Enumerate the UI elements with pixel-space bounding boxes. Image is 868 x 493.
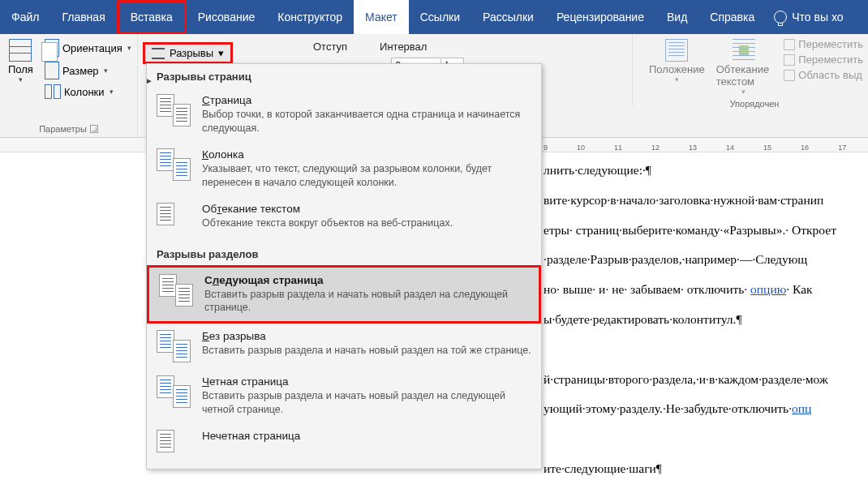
- tab-help[interactable]: Справка: [698, 0, 766, 34]
- break-continuous-item[interactable]: Без разрыва Вставить разрыв раздела и на…: [147, 324, 541, 369]
- break-evenpage-desc: Вставить разрыв раздела и начать новый р…: [202, 389, 531, 417]
- indent-label: Отступ: [313, 41, 347, 53]
- chevron-down-icon: ▾: [19, 75, 23, 84]
- evenpage-break-icon: [157, 375, 191, 408]
- chevron-down-icon: ▾: [127, 44, 131, 52]
- break-continuous-desc: Вставить разрыв раздела и начать новый р…: [202, 344, 531, 358]
- breaks-button[interactable]: Разрывы ▾: [143, 42, 233, 64]
- breaks-icon: [152, 48, 165, 59]
- oddpage-break-icon: [157, 430, 191, 462]
- position-button[interactable]: Положение ▾: [646, 37, 708, 85]
- break-textwrap-desc: Обтекание текста вокруг объектов на веб-…: [202, 216, 453, 230]
- breaks-label: Разрывы: [170, 47, 213, 59]
- size-button[interactable]: Размер ▾: [41, 60, 135, 81]
- tab-review[interactable]: Рецензирование: [545, 0, 655, 34]
- option-link[interactable]: опцию: [750, 282, 786, 296]
- selection-pane-button[interactable]: Область выд: [784, 68, 863, 82]
- chevron-down-icon: ▾: [218, 47, 224, 59]
- dropdown-header-sections: Разрывы разделов: [147, 242, 541, 265]
- margins-icon: [9, 39, 32, 62]
- tell-me[interactable]: Что вы хо: [774, 0, 843, 34]
- tab-home[interactable]: Главная: [50, 0, 116, 34]
- break-nextpage-item[interactable]: ▸ Следующая страница Вставить разрыв раз…: [147, 265, 541, 324]
- tab-mailings[interactable]: Рассылки: [471, 0, 545, 34]
- dropdown-header-pages: Разрывы страниц: [147, 64, 541, 88]
- chevron-down-icon: ▾: [104, 66, 108, 75]
- arrange-group-label: Упорядочен: [646, 97, 863, 112]
- break-textwrap-item[interactable]: Обтекание текстом Обтекание текста вокру…: [147, 196, 541, 242]
- margins-label: Поля: [8, 63, 33, 75]
- tab-layout[interactable]: Макет: [354, 0, 409, 34]
- size-label: Размер: [62, 65, 99, 77]
- break-nextpage-desc: Вставить разрыв раздела и начать новый р…: [204, 288, 529, 315]
- bring-forward-button[interactable]: Переместить: [784, 37, 863, 51]
- tab-references[interactable]: Ссылки: [409, 0, 471, 34]
- position-icon: [665, 39, 688, 62]
- spacing-label: Интервал: [380, 41, 465, 53]
- textwrap-break-icon: [157, 203, 191, 235]
- position-label: Положение: [649, 63, 705, 75]
- chevron-down-icon: ▾: [110, 88, 114, 96]
- break-column-desc: Указывает, что текст, следующий за разры…: [202, 162, 531, 190]
- tab-draw[interactable]: Рисование: [187, 0, 267, 34]
- tab-bar: Файл Главная Вставка Рисование Конструкт…: [0, 0, 868, 34]
- wrap-icon: [733, 39, 755, 62]
- columns-icon: [45, 84, 61, 99]
- orientation-icon: [45, 39, 59, 57]
- orientation-button[interactable]: Ориентация ▾: [41, 37, 135, 58]
- tell-me-label: Что вы хо: [792, 11, 843, 24]
- break-column-item[interactable]: Колонка Указывает, что текст, следующий …: [147, 142, 541, 196]
- bring-forward-icon: [784, 39, 795, 50]
- break-page-item[interactable]: ▸ Страница Выбор точки, в которой заканч…: [147, 88, 541, 142]
- break-evenpage-item[interactable]: Четная страница Вставить разрыв раздела …: [147, 369, 541, 423]
- margins-button[interactable]: Поля ▾: [5, 37, 37, 85]
- size-icon: [45, 62, 59, 79]
- page-setup-group-label: Параметры: [5, 122, 132, 137]
- send-backward-icon: [784, 54, 795, 66]
- column-break-icon: [157, 148, 191, 181]
- tab-view[interactable]: Вид: [655, 0, 698, 34]
- option-link[interactable]: опц: [792, 401, 811, 415]
- tab-insert[interactable]: Вставка: [117, 0, 187, 34]
- wrap-label: Обтекание текстом: [716, 63, 771, 88]
- orientation-label: Ориентация: [62, 42, 122, 54]
- send-backward-button[interactable]: Переместить: [784, 53, 863, 66]
- break-oddpage-item[interactable]: Нечетная страница: [147, 423, 541, 469]
- bulb-icon: [774, 11, 787, 24]
- dialog-launcher-icon[interactable]: [90, 125, 98, 133]
- selection-pane-icon: [784, 70, 795, 81]
- breaks-dropdown: Разрывы страниц ▸ Страница Выбор точки, …: [146, 63, 542, 469]
- continuous-break-icon: [157, 330, 191, 362]
- wrap-text-button[interactable]: Обтекание текстом ▾: [713, 37, 775, 97]
- tab-design[interactable]: Конструктор: [266, 0, 354, 34]
- break-oddpage-title: Нечетная страница: [202, 430, 300, 442]
- columns-button[interactable]: Колонки ▾: [41, 83, 135, 101]
- columns-label: Колонки: [64, 86, 105, 98]
- break-page-desc: Выбор точки, в которой заканчивается одн…: [202, 108, 531, 135]
- nextpage-break-icon: [159, 274, 193, 307]
- page-break-icon: [157, 94, 191, 126]
- tab-file[interactable]: Файл: [0, 0, 50, 34]
